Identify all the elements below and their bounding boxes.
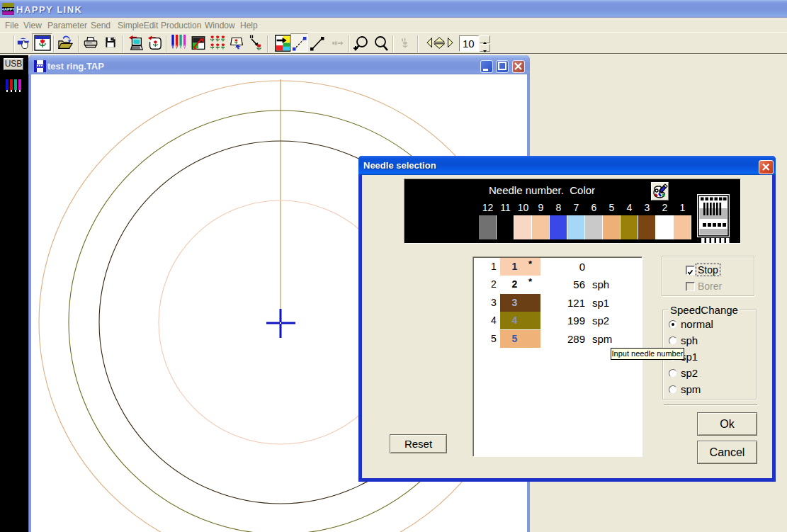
svg-text:HAPPY: HAPPY [2, 7, 14, 11]
